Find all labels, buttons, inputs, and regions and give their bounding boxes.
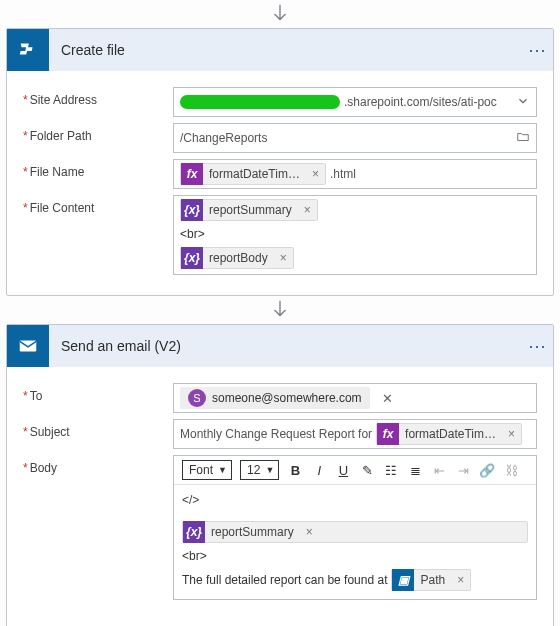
fx-icon: fx [377, 423, 399, 445]
card-menu-button[interactable]: ⋯ [523, 335, 553, 357]
outlook-icon [7, 325, 49, 367]
input-to[interactable]: S someone@somewhere.com ✕ [173, 383, 537, 413]
label-subject: *Subject [23, 419, 173, 449]
sharepoint-icon [7, 29, 49, 71]
rte-toolbar: Font 12 B I U ✎ ☷ ≣ ⇤ ⇥ 🔗 ⛓ [174, 456, 536, 485]
redaction-scribble [180, 95, 340, 109]
input-site-address[interactable]: .sharepoint.com/sites/ati-poc [173, 87, 537, 117]
flow-arrow-mid [0, 298, 560, 320]
recipient-remove-icon[interactable]: ✕ [382, 391, 393, 406]
list-ordered-icon[interactable]: ☷ [383, 463, 399, 478]
sharepoint-token-icon: ▣ [392, 569, 414, 591]
label-file-content: *File Content [23, 195, 173, 275]
token-variable[interactable]: {x} reportBody × [180, 247, 294, 269]
recipient-chip[interactable]: S someone@somewhere.com [180, 387, 370, 409]
action-card-create-file: Create file ⋯ *Site Address .sharepoint.… [6, 28, 554, 296]
token-variable[interactable]: {x} reportSummary × [182, 521, 528, 543]
token-remove-icon[interactable]: × [300, 525, 319, 539]
token-remove-icon[interactable]: × [502, 427, 521, 441]
input-file-content[interactable]: {x} reportSummary × <br> {x} reportBody … [173, 195, 537, 275]
edit-icon[interactable]: ✎ [359, 463, 375, 478]
unlink-icon[interactable]: ⛓ [503, 463, 519, 478]
input-file-name[interactable]: fx formatDateTim… × .html [173, 159, 537, 189]
outdent-icon[interactable]: ⇤ [431, 463, 447, 478]
svg-rect-0 [20, 341, 37, 352]
card-menu-button[interactable]: ⋯ [523, 39, 553, 61]
indent-icon[interactable]: ⇥ [455, 463, 471, 478]
var-icon: {x} [181, 199, 203, 221]
token-dynamic-sharepoint[interactable]: ▣ Path × [391, 569, 471, 591]
link-icon[interactable]: 🔗 [479, 463, 495, 478]
bold-icon[interactable]: B [287, 463, 303, 478]
avatar-icon: S [188, 389, 206, 407]
italic-icon[interactable]: I [311, 463, 327, 478]
token-remove-icon[interactable]: × [298, 203, 317, 217]
fontsize-select[interactable]: 12 [240, 460, 279, 480]
show-advanced-link[interactable]: Show advanced options [7, 620, 553, 626]
font-select[interactable]: Font [182, 460, 232, 480]
label-file-name: *File Name [23, 159, 173, 189]
rte-body: Font 12 B I U ✎ ☷ ≣ ⇤ ⇥ 🔗 ⛓ </> [173, 455, 537, 600]
token-remove-icon[interactable]: × [306, 167, 325, 181]
code-view-icon[interactable]: </> [182, 493, 528, 507]
label-to: *To [23, 383, 173, 413]
token-remove-icon[interactable]: × [274, 251, 293, 265]
var-icon: {x} [181, 247, 203, 269]
token-expression[interactable]: fx formatDateTim… × [376, 423, 522, 445]
rte-content[interactable]: </> {x} reportSummary × <br> The full de… [174, 485, 536, 599]
input-subject[interactable]: Monthly Change Request Report for fx for… [173, 419, 537, 449]
card-title: Create file [49, 42, 523, 58]
dropdown-chevron-icon[interactable] [516, 94, 530, 111]
flow-arrow-top [0, 2, 560, 24]
token-remove-icon[interactable]: × [451, 573, 470, 587]
list-unordered-icon[interactable]: ≣ [407, 463, 423, 478]
folder-picker-icon[interactable] [516, 130, 530, 147]
card-title: Send an email (V2) [49, 338, 523, 354]
action-card-send-email: Send an email (V2) ⋯ *To S someone@somew… [6, 324, 554, 626]
token-expression[interactable]: fx formatDateTim… × [180, 163, 326, 185]
label-folder-path: *Folder Path [23, 123, 173, 153]
label-body: *Body [23, 455, 173, 600]
label-site-address: *Site Address [23, 87, 173, 117]
input-folder-path[interactable]: /ChangeReports [173, 123, 537, 153]
fx-icon: fx [181, 163, 203, 185]
card-header[interactable]: Create file ⋯ [7, 29, 553, 71]
var-icon: {x} [183, 521, 205, 543]
card-header[interactable]: Send an email (V2) ⋯ [7, 325, 553, 367]
token-variable[interactable]: {x} reportSummary × [180, 199, 318, 221]
underline-icon[interactable]: U [335, 463, 351, 478]
